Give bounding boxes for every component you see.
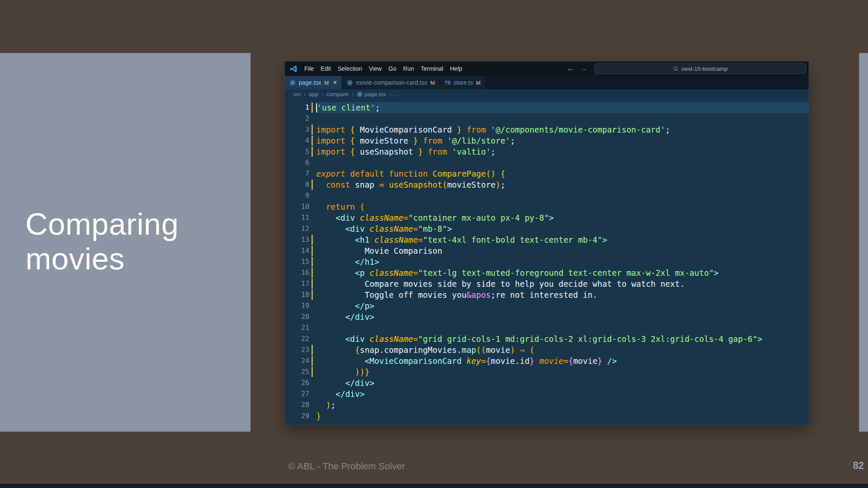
right-gray-strip: [859, 53, 868, 432]
gutter: [309, 212, 315, 223]
menu-edit[interactable]: Edit: [317, 65, 334, 72]
git-modified-marker: [309, 289, 315, 300]
line-number: 12: [285, 223, 309, 234]
gutter: [309, 157, 315, 168]
code-line-22[interactable]: 22 <div className="grid grid-cols-1 md:g…: [285, 333, 809, 344]
git-modified-marker: [309, 179, 315, 190]
code-line-19[interactable]: 19 </p>: [285, 300, 809, 311]
react-icon: [356, 91, 363, 97]
code-line-7[interactable]: 7export default function ComparePage() {: [285, 168, 809, 179]
line-number: 21: [285, 322, 309, 333]
breadcrumb-item-page.tsx[interactable]: page.tsx: [356, 91, 386, 97]
menu-go[interactable]: Go: [385, 65, 400, 72]
line-number: 7: [285, 168, 309, 179]
code-line-12[interactable]: 12 <div className="mb-8">: [285, 223, 809, 234]
git-modified-marker: [309, 256, 315, 267]
breadcrumb: src›app›compare›page.tsx›…: [285, 89, 809, 99]
menu-terminal[interactable]: Terminal: [417, 65, 447, 72]
code-line-26[interactable]: 26 </div>: [285, 377, 809, 388]
menu-file[interactable]: File: [301, 65, 317, 72]
code-text: [315, 113, 809, 124]
code-text: import { useSnapshot } from 'valtio';: [315, 146, 809, 157]
code-line-14[interactable]: 14 Movie Comparison: [285, 245, 809, 256]
line-number: 16: [285, 267, 309, 278]
search-box[interactable]: next-15-bootcamp: [595, 63, 806, 74]
breadcrumb-label: src: [293, 91, 301, 97]
code-text: Toggle off movies you&apos;re not intere…: [315, 289, 809, 300]
code-line-5[interactable]: 5import { useSnapshot } from 'valtio';: [285, 146, 809, 157]
code-line-20[interactable]: 20 </div>: [285, 311, 809, 322]
gutter: [309, 377, 315, 388]
code-line-21[interactable]: 21: [285, 322, 809, 333]
code-text: <div className="grid grid-cols-1 md:grid…: [315, 333, 809, 344]
gutter: [309, 410, 315, 421]
code-text: <div className="container mx-auto px-4 p…: [315, 212, 809, 223]
breadcrumb-item-src[interactable]: src: [293, 91, 301, 97]
tab-page.tsx[interactable]: page.tsxM×: [285, 76, 342, 89]
breadcrumb-item-compare[interactable]: compare: [326, 91, 349, 97]
code-line-3[interactable]: 3import { MovieComparisonCard } from '@/…: [285, 124, 809, 135]
menu-view[interactable]: View: [365, 65, 385, 72]
chevron-right-icon: ›: [321, 91, 323, 97]
chevron-right-icon: ›: [304, 91, 306, 97]
breadcrumb-item-app[interactable]: app: [309, 91, 319, 97]
code-line-18[interactable]: 18 Toggle off movies you&apos;re not int…: [285, 289, 809, 300]
code-line-10[interactable]: 10 return (: [285, 201, 809, 212]
code-line-11[interactable]: 11 <div className="container mx-auto px-…: [285, 212, 809, 223]
code-line-2[interactable]: 2: [285, 113, 809, 124]
code-line-4[interactable]: 4import { movieStore } from '@/lib/store…: [285, 135, 809, 146]
code-text: import { movieStore } from '@/lib/store'…: [315, 135, 809, 146]
line-number: 5: [285, 146, 309, 157]
chevron-right-icon: ›: [351, 91, 353, 97]
modified-badge: M: [430, 80, 435, 86]
back-arrow-icon[interactable]: ←: [564, 64, 577, 73]
gutter: [309, 333, 315, 344]
code-text: 'use client';: [315, 102, 809, 113]
code-line-25[interactable]: 25 ))}: [285, 366, 809, 377]
code-line-1[interactable]: 1'use client';: [285, 102, 809, 113]
code-line-9[interactable]: 9: [285, 190, 809, 201]
breadcrumb-label: …: [394, 91, 400, 97]
modified-badge: M: [476, 80, 481, 86]
page-number: 82: [853, 460, 864, 471]
gutter: [309, 300, 315, 311]
code-line-15[interactable]: 15 </h1>: [285, 256, 809, 267]
line-number: 6: [285, 157, 309, 168]
code-line-13[interactable]: 13 <h1 className="text-4xl font-bold tex…: [285, 234, 809, 245]
menu-run[interactable]: Run: [400, 65, 417, 72]
line-number: 11: [285, 212, 309, 223]
line-number: 24: [285, 355, 309, 366]
code-text: <h1 className="text-4xl font-bold text-c…: [315, 234, 809, 245]
tab-store.ts[interactable]: TSstore.tsM: [440, 76, 486, 89]
slide-title-line1: Comparing: [25, 207, 179, 241]
code-text: Movie Comparison: [315, 245, 809, 256]
line-number: 2: [285, 113, 309, 124]
tab-movie-comparison-card.tsx[interactable]: movie-comparison-card.tsxM: [342, 76, 440, 89]
breadcrumb-label: app: [309, 91, 319, 97]
menu-selection[interactable]: Selection: [334, 65, 366, 72]
line-number: 23: [285, 344, 309, 355]
tab-label: movie-comparison-card.tsx: [356, 79, 427, 86]
code-line-16[interactable]: 16 <p className="text-lg text-muted-fore…: [285, 267, 809, 278]
editor-code[interactable]: 1'use client';23import { MovieComparison…: [285, 99, 809, 425]
typescript-icon: TS: [445, 80, 451, 85]
code-line-8[interactable]: 8 const snap = useSnapshot(movieStore);: [285, 179, 809, 190]
line-number: 29: [285, 410, 309, 421]
line-number: 15: [285, 256, 309, 267]
menu-help[interactable]: Help: [447, 65, 466, 72]
gutter: [309, 113, 315, 124]
vscode-window: FileEditSelectionViewGoRunTerminalHelp ←…: [284, 61, 809, 425]
forward-arrow-icon[interactable]: →: [577, 64, 590, 73]
menu-bar: FileEditSelectionViewGoRunTerminalHelp: [301, 65, 465, 72]
code-line-29[interactable]: 29}: [285, 410, 809, 421]
code-line-23[interactable]: 23 {snap.comparingMovies.map((movie) ⇒ (: [285, 344, 809, 355]
code-line-27[interactable]: 27 </div>: [285, 388, 809, 399]
breadcrumb-item-…[interactable]: …: [394, 91, 400, 97]
code-line-17[interactable]: 17 Compare movies side by side to help y…: [285, 278, 809, 289]
gutter: [309, 311, 315, 322]
code-line-24[interactable]: 24 <MovieComparisonCard key={movie.id} m…: [285, 355, 809, 366]
close-icon[interactable]: ×: [333, 79, 337, 86]
line-number: 17: [285, 278, 309, 289]
code-line-6[interactable]: 6: [285, 157, 809, 168]
code-line-28[interactable]: 28 );: [285, 399, 809, 410]
